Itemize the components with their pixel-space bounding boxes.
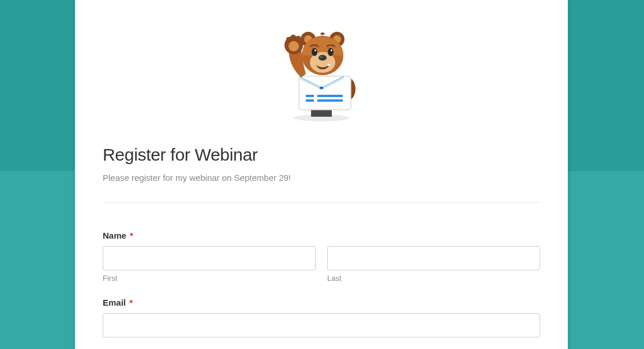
bear-mascot-icon bbox=[278, 21, 365, 122]
name-label-text: Name bbox=[103, 231, 126, 240]
last-name-input[interactable] bbox=[327, 246, 540, 270]
svg-point-13 bbox=[296, 36, 301, 40]
svg-point-10 bbox=[289, 41, 299, 51]
email-input[interactable] bbox=[103, 313, 540, 337]
svg-point-21 bbox=[312, 48, 317, 56]
form-title: Register for Webinar bbox=[103, 145, 540, 165]
svg-rect-5 bbox=[306, 95, 314, 97]
form-card: Register for Webinar Please register for… bbox=[75, 0, 568, 349]
email-label-text: Email bbox=[103, 298, 126, 307]
required-mark: * bbox=[129, 298, 133, 307]
svg-point-11 bbox=[286, 37, 291, 42]
svg-point-26 bbox=[320, 56, 323, 58]
email-label: Email * bbox=[103, 298, 540, 307]
svg-rect-6 bbox=[306, 99, 314, 102]
svg-point-25 bbox=[319, 55, 327, 61]
svg-rect-4 bbox=[320, 87, 323, 89]
mascot-container bbox=[103, 21, 540, 122]
first-name-sublabel: First bbox=[103, 274, 316, 283]
form-description: Please register for my webinar on Septem… bbox=[103, 173, 540, 183]
svg-rect-8 bbox=[317, 99, 343, 102]
name-label: Name * bbox=[103, 231, 540, 240]
name-field-group: Name * First Last bbox=[103, 231, 540, 283]
required-mark: * bbox=[130, 231, 133, 240]
svg-point-24 bbox=[331, 49, 332, 51]
last-name-sublabel: Last bbox=[327, 274, 540, 283]
svg-point-22 bbox=[328, 48, 334, 56]
divider bbox=[103, 202, 540, 203]
email-field-group: Email * bbox=[103, 298, 540, 337]
svg-point-12 bbox=[291, 35, 295, 39]
first-name-input[interactable] bbox=[103, 246, 316, 270]
svg-rect-7 bbox=[317, 95, 343, 97]
svg-point-23 bbox=[314, 49, 316, 51]
